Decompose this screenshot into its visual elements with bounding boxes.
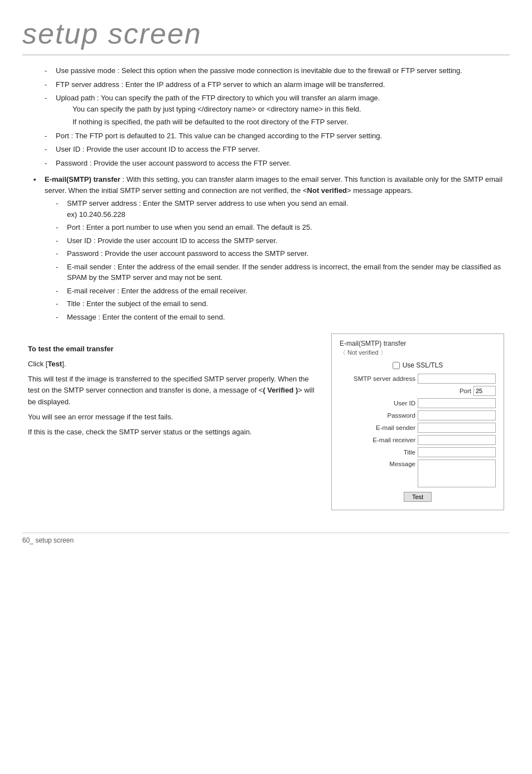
email-section: E-mail(SMTP) transfer : With this settin… [28, 174, 504, 322]
list-item: Use passive mode : Select this option wh… [45, 65, 504, 76]
list-item: User ID : Provide the user account ID to… [45, 144, 504, 155]
test-heading: To test the email transfer [28, 344, 315, 355]
test-section: To test the email transfer Click [Test].… [28, 333, 504, 510]
footer-label: setup screen [35, 536, 74, 544]
port-input[interactable] [473, 386, 496, 396]
not-verified-bold: Not verified [307, 186, 347, 195]
test-instruction: Click [Test]. [28, 359, 315, 370]
email-receiver-input[interactable] [418, 435, 496, 445]
email-sender-input[interactable] [418, 423, 496, 433]
title-input[interactable] [418, 447, 496, 457]
password-row: Password [340, 410, 496, 420]
message-label: Message [360, 459, 415, 467]
title-row: Title [340, 447, 496, 457]
userid-label: User ID [360, 400, 415, 407]
email-smtp-item: E-mail(SMTP) transfer : With this settin… [33, 174, 504, 322]
ssl-label[interactable]: Use SSL/TLS [403, 361, 443, 369]
smtp-sub-item-5: E-mail receiver : Enter the address of t… [56, 286, 504, 297]
smtp-sub-item-0-sub: ex) 10.240.56.228 [67, 209, 504, 220]
test-paragraph-3: If this is the case, check the SMTP serv… [28, 427, 315, 438]
test-button-row: Test [340, 492, 496, 502]
test-paragraph-2: You will see an error message if the tes… [28, 412, 315, 423]
smtp-sub-item-1: Port : Enter a port number to use when y… [56, 222, 504, 233]
test-button[interactable]: Test [404, 492, 432, 502]
list-item-upload: Upload path : You can specify the path o… [45, 93, 504, 128]
footer: 60_ setup screen [22, 533, 510, 544]
password-input[interactable] [418, 410, 496, 420]
test-text-area: To test the email transfer Click [Test].… [28, 333, 315, 510]
smtp-panel: E-mail(SMTP) transfer 〈 Not verified 〉 U… [331, 333, 504, 510]
email-sender-label: E-mail sender [360, 424, 415, 431]
ssl-row: Use SSL/TLS [340, 361, 496, 369]
list-item: FTP server address : Enter the IP addres… [45, 79, 504, 90]
footer-page-number: 60_ [22, 536, 33, 544]
content-area: Use passive mode : Select this option wh… [22, 65, 510, 510]
smtp-panel-title: E-mail(SMTP) transfer [340, 340, 496, 347]
upload-subline-2: If nothing is specified, the path will b… [56, 117, 504, 128]
smtp-sub-item-4: E-mail sender : Enter the address of the… [56, 262, 504, 283]
smtp-sub-item-0: SMTP server address : Enter the SMTP ser… [56, 198, 504, 220]
smtp-sub-item-2: User ID : Provide the user account ID to… [56, 235, 504, 246]
password-label: Password [360, 412, 415, 419]
list-item: Password : Provide the user account pass… [45, 158, 504, 169]
userid-row: User ID [340, 398, 496, 408]
smtp-not-verified: 〈 Not verified 〉 [340, 349, 496, 357]
email-receiver-row: E-mail receiver [340, 435, 496, 445]
smtp-server-row: SMTP server address [340, 374, 496, 384]
upload-subline-1: You can specify the path by just typing … [56, 104, 504, 115]
email-smtp-bold: E-mail(SMTP) transfer [45, 175, 120, 183]
smtp-sub-item-3: Password : Provide the user account pass… [56, 248, 504, 259]
smtp-sub-list: SMTP server address : Enter the SMTP ser… [45, 198, 504, 322]
message-row: Message [340, 459, 496, 487]
test-paragraph-1: This will test if the image is transferr… [28, 374, 315, 408]
smtp-sub-item-7: Message : Enter the content of the email… [56, 312, 504, 323]
list-item: Port : The FTP port is defaulted to 21. … [45, 130, 504, 142]
port-row: Port [340, 386, 496, 396]
email-receiver-label: E-mail receiver [360, 437, 415, 443]
smtp-server-input[interactable] [418, 374, 496, 384]
message-textarea[interactable] [418, 459, 496, 487]
smtp-sub-item-6: Title : Enter the subject of the email t… [56, 298, 504, 309]
ssl-checkbox[interactable] [393, 362, 400, 369]
ftp-settings-list: Use passive mode : Select this option wh… [28, 65, 504, 168]
title-label: Title [360, 449, 415, 456]
port-label: Port [415, 388, 471, 394]
email-smtp-after: > message appears. [347, 186, 413, 195]
smtp-server-label: SMTP server address [354, 375, 415, 382]
email-sender-row: E-mail sender [340, 423, 496, 433]
userid-input[interactable] [418, 398, 496, 408]
page-title: setup screen [22, 17, 510, 55]
